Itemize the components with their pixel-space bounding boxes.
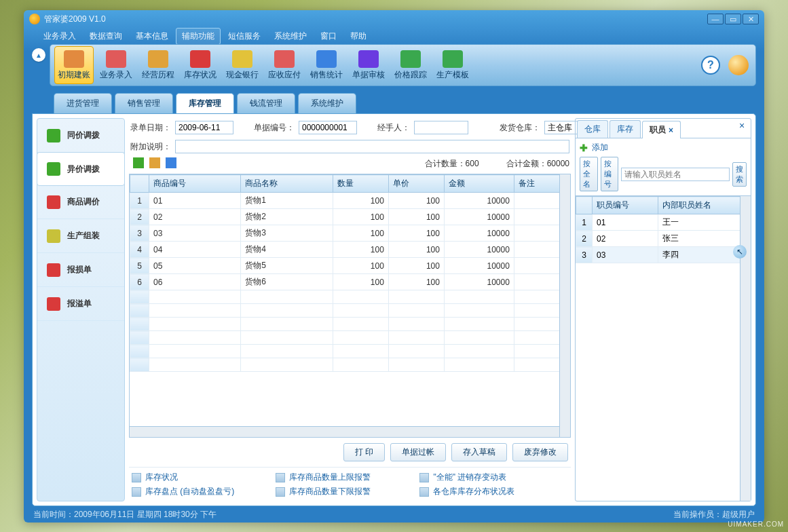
table-row-empty[interactable]	[130, 345, 570, 358]
docno-input[interactable]	[299, 121, 357, 134]
help-button[interactable]: ?	[701, 56, 720, 75]
right-grid[interactable]: 职员编号内部职员姓名101王一202张三303李四 ↖	[576, 195, 751, 501]
toolbar-btn-8[interactable]: 价格跟踪	[391, 46, 430, 84]
table-row[interactable]: 202货物210010010000	[130, 209, 570, 225]
rgrid-row[interactable]: 101王一	[576, 214, 751, 231]
main-tab-1[interactable]: 销售管理	[115, 93, 173, 113]
search-button[interactable]: 搜索	[732, 162, 747, 187]
sidenav-item-5[interactable]: 报溢单	[37, 287, 124, 321]
collapse-toolbar-button[interactable]: ▲	[32, 48, 45, 62]
toolbar-btn-3[interactable]: 库存状况	[181, 46, 220, 84]
sidenav-item-0[interactable]: 同价调拨	[37, 119, 124, 153]
table-row-empty[interactable]	[130, 358, 570, 372]
note-input[interactable]	[175, 140, 569, 153]
table-row-empty[interactable]	[130, 304, 570, 318]
quick-link-4[interactable]: 库存商品数量下限报警	[276, 486, 419, 497]
main-tab-4[interactable]: 系统维护	[298, 93, 356, 113]
table-row[interactable]: 404货物410010010000	[130, 242, 570, 258]
toolbar-btn-6[interactable]: 销售统计	[307, 46, 346, 84]
sidenav-icon-5	[47, 297, 60, 311]
main-tab-0[interactable]: 进货管理	[54, 93, 112, 113]
maximize-button[interactable]: ▭	[725, 14, 741, 24]
discard-button[interactable]: 废弃修改	[512, 443, 568, 461]
toolbar-btn-1[interactable]: 业务录入	[96, 46, 136, 84]
filter-input[interactable]	[621, 168, 730, 181]
grid-header-5[interactable]: 金额	[444, 175, 514, 193]
minimize-button[interactable]: —	[707, 14, 724, 24]
tab-close-icon[interactable]: ×	[669, 126, 673, 135]
right-filter: 按全名 按编号 搜索	[576, 157, 751, 195]
quick-link-0[interactable]: 库存状况	[132, 472, 276, 483]
main-tab-2[interactable]: 库存管理	[176, 93, 234, 113]
right-tab-0[interactable]: 仓库	[577, 120, 608, 138]
right-tab-1[interactable]: 库存	[609, 120, 641, 138]
rgrid-row[interactable]: 303李四	[576, 247, 751, 263]
sidenav-item-2[interactable]: 商品调价	[37, 185, 124, 219]
quick-link-3[interactable]: 库存盘点 (自动盘盈盘亏)	[132, 486, 276, 497]
grid-header-3[interactable]: 数量	[333, 175, 388, 193]
quick-link-2[interactable]: "全能" 进销存变动表	[419, 472, 563, 483]
menu-item-3[interactable]: 辅助功能	[176, 28, 221, 45]
main-grid[interactable]: 商品编号商品名称数量单价金额备注101货物110010010000202货物21…	[129, 174, 571, 438]
menu-item-1[interactable]: 数据查询	[83, 28, 128, 45]
grid-scrollbar-v[interactable]	[559, 174, 570, 437]
gold-action-button[interactable]	[728, 55, 749, 75]
post-button[interactable]: 单据过帐	[390, 443, 446, 461]
table-row-empty[interactable]	[130, 290, 570, 304]
toolbar-label-6: 销售统计	[310, 69, 343, 81]
toolbar-btn-7[interactable]: 单据审核	[349, 46, 388, 84]
right-panel-close-icon[interactable]: ×	[739, 120, 749, 130]
table-row[interactable]: 101货物110010010000	[130, 193, 570, 209]
print-button[interactable]: 打 印	[343, 443, 385, 461]
rgrid-row[interactable]: 202张三	[576, 231, 751, 247]
handler-input[interactable]	[414, 121, 468, 134]
grid-header-0[interactable]	[130, 175, 149, 193]
quick-link-icon	[276, 487, 285, 497]
sidenav-item-4[interactable]: 报损单	[37, 253, 124, 287]
toolbar-btn-9[interactable]: 生产模板	[433, 46, 472, 84]
table-row[interactable]: 505货物510010010000	[130, 258, 570, 274]
date-input[interactable]	[175, 121, 233, 134]
toolbar-btn-5[interactable]: 应收应付	[265, 46, 304, 84]
close-button[interactable]: ✕	[743, 14, 759, 24]
status-user: 当前操作员：超级用户	[673, 509, 755, 520]
rgrid-header-0[interactable]	[576, 197, 593, 214]
sidenav-item-1[interactable]: 异价调拨	[37, 152, 125, 186]
grid-header-4[interactable]: 单价	[388, 175, 444, 193]
menu-item-4[interactable]: 短信服务	[222, 28, 267, 45]
grid-header-2[interactable]: 商品名称	[241, 175, 333, 193]
toolbar-icon-9	[443, 50, 463, 68]
table-row-empty[interactable]	[130, 318, 570, 331]
center-pane: 录单日期： 单据编号： 经手人： 发货仓库： 附加说明：	[129, 118, 571, 501]
row-select-pointer-icon[interactable]: ↖	[733, 245, 747, 259]
table-row-empty[interactable]	[130, 331, 570, 345]
quick-link-5[interactable]: 各仓库库存分布状况表	[419, 486, 563, 497]
quick-link-1[interactable]: 库存商品数量上限报警	[276, 472, 419, 483]
right-tab-2[interactable]: 职员×	[642, 121, 681, 138]
mini-icon-3[interactable]	[166, 157, 176, 168]
menu-item-2[interactable]: 基本信息	[130, 28, 174, 45]
menu-item-0[interactable]: 业务录入	[37, 28, 82, 45]
mini-icon-2[interactable]	[149, 157, 160, 168]
quick-link-icon	[419, 487, 429, 497]
right-grid-scrollbar-v[interactable]	[740, 196, 751, 501]
filter-byname-button[interactable]: 按全名	[580, 157, 598, 191]
menu-item-5[interactable]: 系统维护	[268, 28, 313, 45]
table-row[interactable]: 606货物610010010000	[130, 274, 570, 290]
sidenav-item-3[interactable]: 生产组装	[37, 219, 124, 253]
toolbar-btn-4[interactable]: 现金银行	[223, 46, 262, 84]
grid-scrollbar-h[interactable]	[130, 426, 559, 437]
mini-icon-1[interactable]	[133, 157, 144, 168]
main-tab-3[interactable]: 钱流管理	[237, 93, 295, 113]
draft-button[interactable]: 存入草稿	[451, 443, 507, 461]
rgrid-header-2[interactable]: 内部职员姓名	[658, 197, 751, 214]
filter-bycode-button[interactable]: 按编号	[601, 157, 619, 191]
toolbar-btn-0[interactable]: 初期建账	[54, 46, 94, 84]
add-link[interactable]: 添加	[592, 142, 608, 153]
grid-header-1[interactable]: 商品编号	[149, 175, 241, 193]
toolbar-btn-2[interactable]: 经营历程	[138, 46, 178, 84]
menu-item-7[interactable]: 帮助	[344, 28, 373, 45]
table-row[interactable]: 303货物310010010000	[130, 225, 570, 242]
rgrid-header-1[interactable]: 职员编号	[593, 197, 658, 214]
menu-item-6[interactable]: 窗口	[314, 28, 343, 45]
